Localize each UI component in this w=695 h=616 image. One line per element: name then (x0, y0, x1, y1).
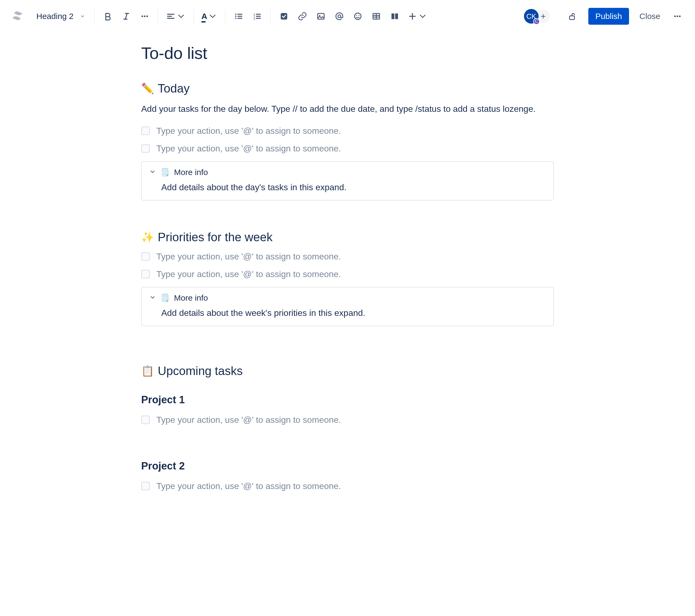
svg-text:3: 3 (254, 17, 255, 21)
task-placeholder: Type your action, use '@' to assign to s… (156, 126, 341, 136)
task-placeholder: Type your action, use '@' to assign to s… (156, 269, 341, 279)
svg-rect-32 (391, 14, 394, 19)
sparkles-emoji-icon: ✨ (141, 231, 154, 243)
numbered-list-icon: 123 (252, 12, 262, 21)
bold-button[interactable] (101, 10, 115, 23)
mention-button[interactable] (333, 10, 346, 23)
svg-line-2 (125, 14, 127, 19)
section-today: ✏️ Today Add your tasks for the day belo… (141, 82, 554, 201)
text-color-icon: A (201, 12, 207, 21)
chevron-down-icon (80, 14, 85, 19)
italic-button[interactable] (119, 10, 133, 23)
task-checkbox[interactable] (141, 482, 150, 490)
user-avatar[interactable]: CK C (523, 8, 539, 24)
close-button[interactable]: Close (634, 8, 666, 25)
expand-body[interactable]: Add details about the day's tasks in thi… (149, 182, 546, 192)
chevron-down-icon (176, 12, 186, 21)
checkbox-icon (279, 12, 289, 21)
section-heading-week[interactable]: ✨ Priorities for the week (141, 230, 554, 244)
action-item-button[interactable] (277, 10, 291, 23)
image-button[interactable] (314, 10, 328, 23)
more-horizontal-icon (673, 12, 682, 21)
section-heading-upcoming[interactable]: 📋 Upcoming tasks (141, 364, 554, 378)
more-formatting-button[interactable] (138, 10, 152, 23)
expand-header[interactable]: 🗒️ More info (149, 293, 546, 303)
italic-icon (121, 12, 131, 21)
svg-rect-36 (570, 16, 574, 20)
notepad-emoji-icon: 🗒️ (160, 293, 170, 302)
toolbar-separator (193, 10, 194, 23)
chevron-down-icon (418, 12, 428, 21)
expand-header[interactable]: 🗒️ More info (149, 168, 546, 177)
svg-point-11 (235, 18, 237, 19)
table-icon (371, 12, 381, 21)
align-button[interactable] (165, 10, 187, 23)
task-row[interactable]: Type your action, use '@' to assign to s… (141, 143, 554, 154)
project-heading[interactable]: Project 2 (141, 460, 554, 472)
project-block: Project 2 Type your action, use '@' to a… (141, 460, 554, 491)
project-heading[interactable]: Project 1 (141, 394, 554, 406)
bold-icon (103, 12, 113, 21)
task-row[interactable]: Type your action, use '@' to assign to s… (141, 481, 554, 491)
expand-panel: 🗒️ More info Add details about the day's… (141, 161, 554, 201)
image-icon (316, 12, 326, 21)
expand-title: More info (174, 168, 208, 177)
svg-point-27 (359, 15, 360, 16)
chevron-down-icon (208, 12, 218, 21)
task-placeholder: Type your action, use '@' to assign to s… (156, 415, 341, 425)
task-row[interactable]: Type your action, use '@' to assign to s… (141, 252, 554, 262)
section-week: ✨ Priorities for the week Type your acti… (141, 230, 554, 326)
numbered-list-button[interactable]: 123 (250, 10, 264, 23)
task-checkbox[interactable] (141, 144, 150, 153)
more-horizontal-icon (140, 12, 150, 21)
task-checkbox[interactable] (141, 252, 150, 261)
svg-point-37 (674, 15, 676, 17)
task-row[interactable]: Type your action, use '@' to assign to s… (141, 269, 554, 279)
svg-rect-21 (281, 13, 287, 19)
chevron-down-icon (149, 294, 156, 302)
layouts-icon (390, 12, 400, 21)
heading-style-label: Heading 2 (36, 12, 73, 21)
svg-point-5 (146, 15, 148, 17)
editor-toolbar: Heading 2 A 123 (0, 0, 695, 33)
emoji-button[interactable] (351, 10, 365, 23)
expand-body[interactable]: Add details about the week's priorities … (149, 308, 546, 318)
task-row[interactable]: Type your action, use '@' to assign to s… (141, 126, 554, 136)
link-icon (298, 12, 307, 21)
task-checkbox[interactable] (141, 126, 150, 135)
task-checkbox[interactable] (141, 415, 150, 424)
publish-button[interactable]: Publish (588, 8, 629, 25)
toolbar-separator (94, 10, 95, 23)
insert-menu-button[interactable] (406, 10, 429, 23)
layouts-button[interactable] (388, 10, 402, 23)
section-description[interactable]: Add your tasks for the day below. Type /… (141, 103, 554, 115)
task-checkbox[interactable] (141, 270, 150, 278)
heading-style-select[interactable]: Heading 2 (29, 12, 88, 21)
plus-icon (407, 12, 417, 21)
svg-point-26 (356, 15, 357, 16)
svg-point-9 (235, 14, 237, 15)
task-placeholder: Type your action, use '@' to assign to s… (156, 143, 341, 154)
bullet-list-button[interactable] (232, 10, 245, 23)
svg-rect-22 (318, 14, 324, 19)
mention-icon (335, 12, 344, 21)
table-button[interactable] (370, 10, 383, 23)
clipboard-emoji-icon: 📋 (141, 365, 154, 377)
project-block: Project 1 Type your action, use '@' to a… (141, 394, 554, 425)
emoji-icon (353, 12, 363, 21)
text-color-button[interactable]: A (200, 10, 219, 23)
restrictions-button[interactable] (564, 9, 580, 24)
section-heading-today[interactable]: ✏️ Today (141, 82, 554, 95)
svg-point-24 (338, 15, 341, 18)
page-title[interactable]: To-do list (141, 44, 554, 63)
link-button[interactable] (295, 10, 309, 23)
task-placeholder: Type your action, use '@' to assign to s… (156, 481, 341, 491)
svg-rect-33 (395, 14, 398, 19)
task-row[interactable]: Type your action, use '@' to assign to s… (141, 415, 554, 425)
section-upcoming: 📋 Upcoming tasks Project 1 Type your act… (141, 364, 554, 491)
page-content: To-do list ✏️ Today Add your tasks for t… (136, 44, 559, 491)
toolbar-separator (270, 10, 271, 23)
page-more-button[interactable] (671, 10, 684, 23)
svg-point-10 (235, 16, 237, 17)
svg-point-3 (141, 15, 143, 17)
